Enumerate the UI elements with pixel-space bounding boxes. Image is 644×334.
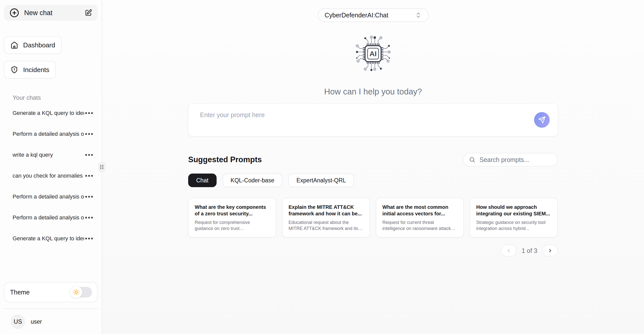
page-indicator: 1 of 3 <box>521 247 537 254</box>
user-menu[interactable]: US user <box>4 314 98 330</box>
edit-icon <box>85 9 92 17</box>
model-selector[interactable]: CyberDefenderAI:Chat <box>318 8 429 22</box>
send-button[interactable] <box>534 112 550 128</box>
ai-chip-logo: AI <box>352 32 394 75</box>
chat-options-button[interactable] <box>84 108 94 118</box>
ellipsis-icon <box>84 171 94 181</box>
search-box <box>463 153 558 166</box>
ellipsis-icon <box>84 150 94 160</box>
sidebar-item-label: Incidents <box>23 66 49 74</box>
prompt-card-title: How should we approach integrating our e… <box>476 204 551 217</box>
greeting-heading: How can I help you today? <box>324 87 422 96</box>
sidebar-divider <box>4 308 98 309</box>
model-selector-value: CyberDefenderAI:Chat <box>325 12 388 19</box>
previous-page-button[interactable] <box>501 245 516 257</box>
chat-title: Generate a KQL query to identify ur <box>13 110 84 116</box>
shield-alert-icon <box>11 66 18 74</box>
chat-options-button[interactable] <box>84 233 94 244</box>
prompt-input[interactable] <box>188 104 558 136</box>
chat-list-item[interactable]: Generate a KQL query to identify ur <box>4 232 98 245</box>
chat-options-button[interactable] <box>84 213 94 223</box>
new-chat-label: New chat <box>24 9 53 17</box>
search-icon <box>469 156 475 163</box>
prompt-card[interactable]: What are the most common initial access … <box>376 198 464 238</box>
model-tabs: Chat KQL-Coder-base ExpertAnalyst-QRL <box>188 174 558 187</box>
plus-circle-icon <box>10 8 19 18</box>
prompt-card-description: Educational request about the MITRE ATT&… <box>289 219 364 231</box>
ellipsis-icon <box>84 233 94 244</box>
chat-list-item[interactable]: write a kql query <box>4 149 98 161</box>
pagination: 1 of 3 <box>188 245 558 257</box>
chat-title: Perform a detailed analysis of incid <box>13 214 84 221</box>
ellipsis-icon <box>84 213 94 223</box>
chat-options-button[interactable] <box>84 150 94 160</box>
prompt-box <box>188 104 558 136</box>
grip-icon <box>100 165 104 169</box>
theme-card: Theme <box>4 282 98 302</box>
suggested-prompts-section: Suggested Prompts Chat KQL-Coder-base Ex… <box>188 153 558 257</box>
prompt-card-description: Request for current threat intelligence … <box>382 219 457 231</box>
tab-expertanalyst-qrl[interactable]: ExpertAnalyst-QRL <box>288 174 354 187</box>
ellipsis-icon <box>84 129 94 139</box>
sun-icon <box>73 289 79 295</box>
theme-toggle[interactable] <box>71 287 92 297</box>
theme-label: Theme <box>10 289 30 296</box>
prompt-card[interactable]: What are the key components of a zero tr… <box>188 198 276 238</box>
prompt-card-title: Explain the MITRE ATT&CK framework and h… <box>289 204 364 217</box>
prompt-cards: What are the key components of a zero tr… <box>188 198 558 238</box>
chat-list-item[interactable]: Generate a KQL query to identify ur <box>4 107 98 119</box>
next-page-button[interactable] <box>542 245 558 257</box>
new-chat-button[interactable]: New chat <box>4 5 98 21</box>
prompt-card[interactable]: Explain the MITRE ATT&CK framework and h… <box>282 198 370 238</box>
chevron-left-icon <box>506 248 511 253</box>
chevron-right-icon <box>547 248 553 253</box>
chat-list: Generate a KQL query to identify ur Perf… <box>4 107 98 253</box>
tab-chat[interactable]: Chat <box>188 174 217 187</box>
avatar: US <box>11 314 25 329</box>
sidebar-item-incidents[interactable]: Incidents <box>4 61 56 79</box>
main-area: CyberDefenderAI:Chat <box>102 0 644 334</box>
ellipsis-icon <box>84 192 94 202</box>
sidebar-item-dashboard[interactable]: Dashboard <box>4 36 62 54</box>
prompt-card-title: What are the key components of a zero tr… <box>195 204 270 217</box>
ellipsis-icon <box>84 108 94 118</box>
prompt-card-description: Request for comprehensive guidance on ze… <box>195 219 270 231</box>
svg-text:AI: AI <box>370 50 377 58</box>
home-icon <box>11 41 18 49</box>
prompt-card-description: Strategic guidance on security tool inte… <box>476 219 551 231</box>
chat-title: Generate a KQL query to identify ur <box>13 235 84 242</box>
chat-list-item[interactable]: can you check for anomalies indic <box>4 170 98 182</box>
send-icon <box>538 116 546 124</box>
chat-list-item[interactable]: Perform a detailed analysis of incid <box>4 190 98 203</box>
chat-options-button[interactable] <box>84 129 94 139</box>
sidebar-resize-handle[interactable] <box>98 162 105 172</box>
sidebar: New chat Dashboard Incidents Your chats … <box>0 0 102 334</box>
tab-kql-coder-base[interactable]: KQL-Coder-base <box>223 174 283 187</box>
search-prompts-input[interactable] <box>479 156 560 163</box>
chat-options-button[interactable] <box>84 171 94 181</box>
chat-list-item[interactable]: Perform a detailed analysis of incid <box>4 128 98 140</box>
prompt-card-title: What are the most common initial access … <box>382 204 457 217</box>
suggested-prompts-heading: Suggested Prompts <box>188 155 262 164</box>
chat-list-item[interactable]: Perform a detailed analysis of incid <box>4 211 98 224</box>
chat-title: write a kql query <box>13 152 84 158</box>
sidebar-item-label: Dashboard <box>23 41 55 49</box>
chat-title: Perform a detailed analysis of incid <box>13 131 84 137</box>
chat-title: can you check for anomalies indic <box>13 173 84 179</box>
your-chats-heading: Your chats <box>13 94 98 101</box>
prompt-card[interactable]: How should we approach integrating our e… <box>470 198 558 238</box>
chevrons-up-down-icon <box>415 12 422 18</box>
user-name: user <box>31 318 42 325</box>
chat-options-button[interactable] <box>84 192 94 202</box>
chat-title: Perform a detailed analysis of incid <box>13 193 84 200</box>
theme-toggle-knob <box>70 286 82 298</box>
